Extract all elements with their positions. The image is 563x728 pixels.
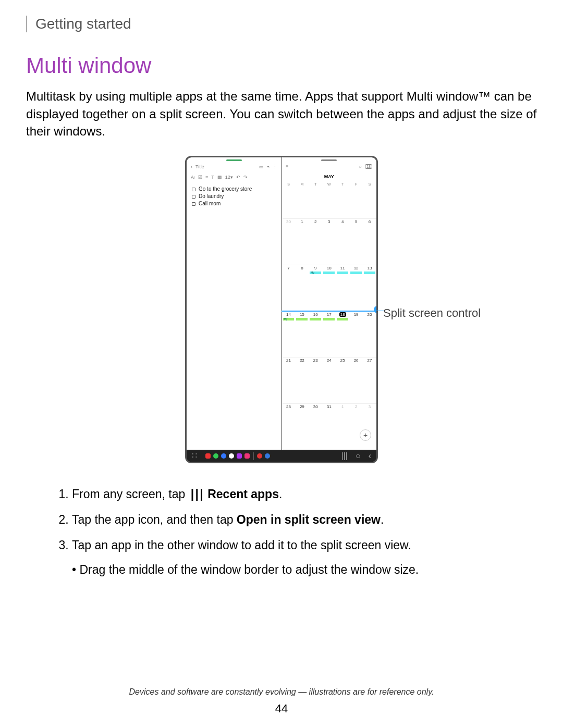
redo-icon: ↷ bbox=[243, 175, 248, 180]
instruction-list: From any screen, tap | | | Recent apps. … bbox=[57, 484, 537, 580]
page-title: Multi window bbox=[26, 53, 537, 78]
calendar-app: ≡ ⌕ 18 MAY SMTWTFS30123456789My event101… bbox=[282, 157, 377, 450]
add-event-button: + bbox=[360, 429, 371, 441]
size-label: 12▾ bbox=[225, 175, 233, 180]
nav-recent-icon: ||| bbox=[341, 451, 348, 461]
today-icon: 18 bbox=[365, 164, 372, 169]
dock-app-icon bbox=[205, 453, 211, 459]
split-handle-icon bbox=[374, 306, 378, 313]
intro-paragraph: Multitask by using multiple apps at the … bbox=[26, 88, 537, 140]
divider-icon: | bbox=[252, 451, 254, 461]
book-icon: ▭ bbox=[259, 164, 264, 169]
undo-icon: ↶ bbox=[236, 175, 240, 180]
notes-toolbar: Aᵢ ☑ ≡ T ▦ 12▾ ↶ ↷ bbox=[187, 173, 282, 181]
more-icon: ⋮ bbox=[273, 164, 277, 169]
callout-label: Split screen control bbox=[383, 306, 481, 320]
check-icon: ☑ bbox=[198, 175, 202, 180]
step-3-sub: Drag the middle of the window border to … bbox=[72, 560, 537, 580]
step-2: Tap the app icon, and then tap Open in s… bbox=[72, 510, 537, 530]
dock-app-icon bbox=[221, 453, 226, 459]
list-item: Go to the grocery store bbox=[192, 186, 276, 192]
nav-back-icon: ‹ bbox=[369, 451, 371, 461]
dock-app-icon bbox=[237, 453, 242, 459]
dock-app-icon bbox=[244, 453, 250, 459]
calendar-month: MAY bbox=[282, 172, 377, 181]
taskbar: ∷ | ||| ○ ‹ bbox=[187, 450, 376, 462]
split-divider bbox=[282, 311, 377, 312]
calendar-grid: SMTWTFS30123456789My event1011121314My e… bbox=[282, 181, 377, 450]
apps-icon: ∷ bbox=[192, 451, 197, 461]
table-icon: ▦ bbox=[217, 175, 222, 180]
list-item: Call mom bbox=[192, 201, 276, 206]
dock-app-icon bbox=[213, 453, 218, 459]
checklist: Go to the grocery store Do laundry Call … bbox=[187, 181, 282, 211]
text-icon: T bbox=[211, 175, 214, 180]
note-title: Title bbox=[192, 164, 259, 169]
list-icon: ≡ bbox=[205, 175, 208, 180]
font-icon: Aᵢ bbox=[191, 175, 195, 180]
dock-app-icon bbox=[265, 453, 270, 459]
recent-apps-icon: | | | bbox=[189, 484, 204, 504]
device-frame: ‹ Title ▭ 𝄐 ⋮ Aᵢ ☑ ≡ T ▦ 12▾ ↶ ↷ bbox=[185, 156, 378, 463]
callout-line bbox=[365, 311, 384, 311]
notes-app: ‹ Title ▭ 𝄐 ⋮ Aᵢ ☑ ≡ T ▦ 12▾ ↶ ↷ bbox=[187, 157, 282, 450]
menu-icon: ≡ bbox=[286, 164, 289, 169]
dock-app-icon bbox=[229, 453, 234, 459]
list-item: Do laundry bbox=[192, 193, 276, 199]
step-1: From any screen, tap | | | Recent apps. bbox=[72, 484, 537, 504]
nav-home-icon: ○ bbox=[350, 451, 366, 461]
breadcrumb: Getting started bbox=[26, 16, 537, 32]
illustration: ‹ Title ▭ 𝄐 ⋮ Aᵢ ☑ ≡ T ▦ 12▾ ↶ ↷ bbox=[26, 156, 537, 463]
attach-icon: 𝄐 bbox=[264, 164, 273, 170]
step-3: Tap an app in the other window to add it… bbox=[72, 535, 537, 580]
page-number: 44 bbox=[0, 702, 563, 715]
footer-note: Devices and software are constantly evol… bbox=[0, 687, 563, 697]
search-icon: ⌕ bbox=[359, 164, 362, 169]
dock-app-icon bbox=[257, 453, 262, 459]
